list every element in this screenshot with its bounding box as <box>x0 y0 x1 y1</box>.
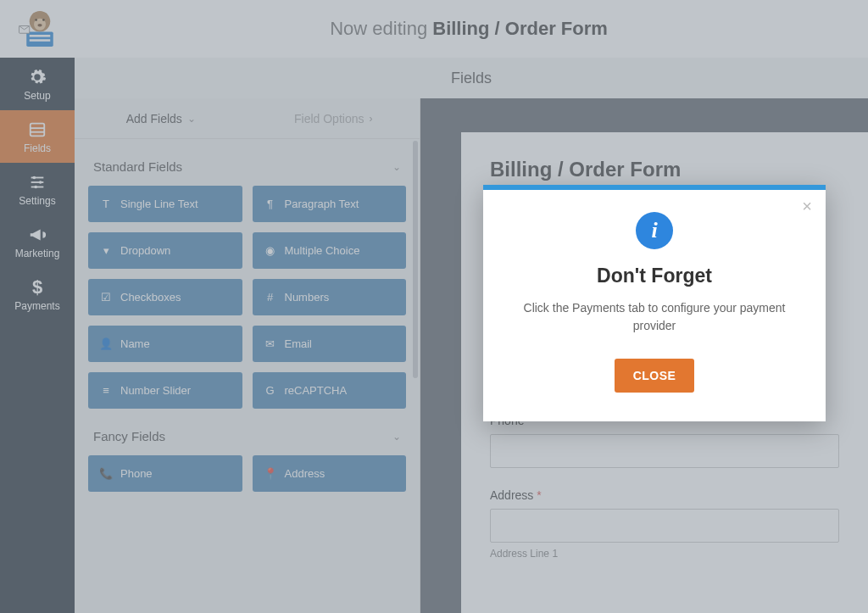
modal-title: Don't Forget <box>509 265 800 287</box>
close-button[interactable]: CLOSE <box>615 359 695 393</box>
info-icon: i <box>636 212 673 249</box>
reminder-modal: × i Don't Forget Click the Payments tab … <box>483 185 826 421</box>
close-icon[interactable]: × <box>802 197 812 216</box>
modal-text: Click the Payments tab to configure your… <box>509 299 800 335</box>
